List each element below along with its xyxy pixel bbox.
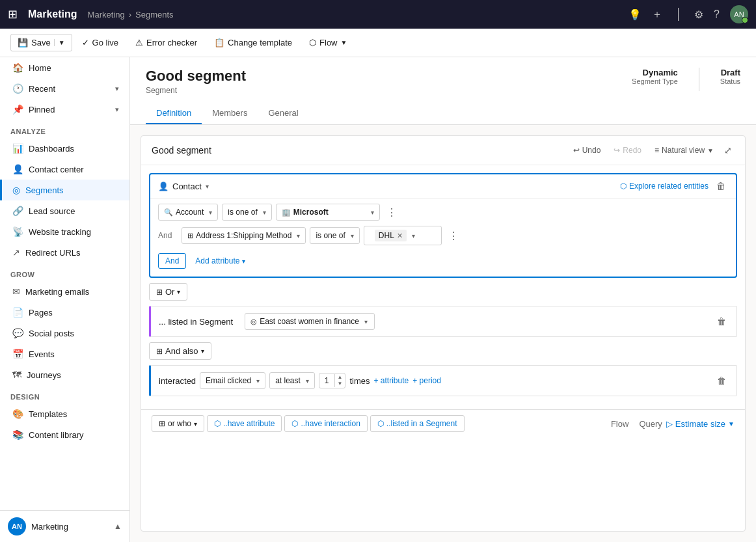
sidebar-item-pinned[interactable]: 📌 Pinned ▾ [0,99,129,120]
explore-button[interactable]: ⬡ Explore related entities [620,182,709,191]
save-dropdown-icon[interactable]: ▼ [54,39,65,46]
or-button[interactable]: ⊞ Or ▾ [149,283,187,301]
condition1-more-button[interactable]: ⋮ [384,205,399,220]
condition2-value-select[interactable]: DHL ✕ ▾ [364,226,442,245]
estimate-dropdown-icon: ▼ [728,420,735,427]
condition2-operator-dropdown-icon: ▾ [351,232,354,239]
at-least-select[interactable]: at least ▾ [269,372,315,389]
interaction-delete-button[interactable]: 🗑 [714,374,729,387]
listed-in-segment-icon: ⬡ [377,419,384,428]
expand-button[interactable]: ⤢ [722,142,735,158]
condition1-operator-select[interactable]: is one of ▾ [222,204,271,221]
add-period-button[interactable]: + period [412,376,441,385]
page-tabs: Definition Members General [146,103,740,124]
sidebar-label-pinned: Pinned [29,105,55,115]
sidebar-item-marketing-emails[interactable]: ✉ Marketing emails [0,281,129,302]
estimate-size-button[interactable]: ▷ Estimate size ▼ [666,419,735,429]
analyze-group-label: Analyze [0,120,129,138]
account-dropdown-icon: ▾ [209,209,212,216]
breadcrumb-marketing[interactable]: Marketing [88,10,125,20]
natural-view-button[interactable]: ≡ Natural view ▼ [649,143,719,157]
lightbulb-icon[interactable]: 💡 [628,8,641,21]
contact-dropdown-icon[interactable]: ▾ [206,183,209,190]
sidebar-item-journeys[interactable]: 🗺 Journeys [0,364,129,385]
sidebar-item-home[interactable]: 🏠 Home [0,57,129,78]
or-label: Or [165,287,174,297]
bottom-bar: ⊞ or who ▾ ⬡ ..have attribute ⬡ ..have i… [141,409,745,437]
and-button[interactable]: And [158,253,186,269]
email-clicked-select[interactable]: Email clicked ▾ [200,372,265,389]
gear-icon[interactable]: ⚙ [694,8,703,21]
times-arrows: ▲ ▼ [334,374,345,387]
segment-type-value: Dynamic [632,68,678,77]
journeys-icon: 🗺 [12,370,21,380]
waffle-icon[interactable]: ⊞ [8,7,18,21]
flow-tab[interactable]: Flow [611,416,628,431]
sidebar-footer[interactable]: AN Marketing ▲ [0,510,129,542]
save-button[interactable]: 💾 Save ▼ [10,34,72,51]
times-down-button[interactable]: ▼ [335,381,345,387]
sidebar-item-templates[interactable]: 🎨 Templates [0,403,129,424]
tab-general[interactable]: General [258,103,308,124]
have-attribute-button[interactable]: ⬡ ..have attribute [207,415,282,432]
sidebar-label-home: Home [29,63,51,73]
account-field-select[interactable]: 🔍 Account ▾ [158,204,218,221]
times-up-button[interactable]: ▲ [335,374,345,381]
bottom-left: ⊞ or who ▾ ⬡ ..have attribute ⬡ ..have i… [152,415,465,432]
go-live-button[interactable]: ✓ Go live [75,34,126,51]
page-header: Good segment Segment Dynamic Segment Typ… [130,57,756,125]
have-interaction-button[interactable]: ⬡ ..have interaction [284,415,367,432]
sidebar-item-redirect-urls[interactable]: ↗ Redirect URLs [0,242,129,263]
flow-button[interactable]: ⬡ Flow ▼ [302,34,354,51]
sidebar-item-dashboards[interactable]: 📊 Dashboards [0,138,129,159]
sidebar-item-website-tracking[interactable]: 📡 Website tracking [0,221,129,242]
status-value: Draft [720,68,740,77]
segment-editor-name: Good segment [152,145,211,156]
contact-label: 👤 Contact ▾ [158,182,209,191]
dhl-remove-icon[interactable]: ✕ [397,232,403,240]
listed-segment-select[interactable]: ◎ East coast women in finance ▾ [245,313,375,330]
tab-members[interactable]: Members [202,103,258,124]
sidebar-item-segments[interactable]: ◎ Segments [0,180,129,200]
avatar[interactable]: AN [730,5,748,23]
listed-in-segment-button[interactable]: ⬡ ..listed in a Segment [370,415,465,432]
error-checker-button[interactable]: ⚠ Error checker [128,34,204,51]
condition1-value-dropdown-icon: ▾ [371,209,374,216]
condition2-operator-select[interactable]: is one of ▾ [310,227,359,244]
redo-button[interactable]: ↪ Redo [608,143,647,157]
breadcrumb-segments[interactable]: Segments [135,10,174,20]
sidebar-item-recent[interactable]: 🕐 Recent ▾ [0,78,129,99]
add-attribute-interaction-button[interactable]: + attribute [374,376,409,385]
query-tab[interactable]: Query [639,416,662,431]
sidebar-item-pages[interactable]: 📄 Pages [0,302,129,323]
help-icon[interactable]: ? [714,8,720,20]
condition1-value-select[interactable]: 🏢 Microsoft ▾ [276,204,380,221]
sidebar-item-content-library[interactable]: 📚 Content library [0,424,129,445]
pinned-expand-icon: ▾ [115,105,119,114]
shipping-field-select[interactable]: ⊞ Address 1:Shipping Method ▾ [182,227,306,244]
sidebar-item-lead-source[interactable]: 🔗 Lead source [0,200,129,221]
add-attribute-button[interactable]: Add attribute ▾ [190,254,250,268]
tab-definition[interactable]: Definition [146,103,202,124]
sidebar-item-events[interactable]: 📅 Events [0,344,129,364]
undo-button[interactable]: ↩ Undo [568,143,606,157]
listed-segment-dropdown-icon: ▾ [364,318,368,325]
sidebar-label-lead-source: Lead source [29,206,75,216]
go-live-icon: ✓ [82,38,89,47]
contact-block-delete-button[interactable]: 🗑 [714,180,728,193]
sidebar-item-social-posts[interactable]: 💬 Social posts [0,323,129,344]
redo-icon: ↪ [614,146,620,155]
change-template-button[interactable]: 📋 Change template [207,34,299,51]
dhl-tag: DHL ✕ [375,230,407,241]
email-clicked-dropdown-icon: ▾ [256,377,260,385]
plus-icon[interactable]: ＋ [652,8,662,21]
or-who-button[interactable]: ⊞ or who ▾ [152,415,204,432]
status-meta: Draft Status [720,68,740,91]
sidebar-collapse-icon[interactable]: ▲ [114,522,122,531]
listed-segment-delete-button[interactable]: 🗑 [714,315,729,328]
sidebar-item-contact-center[interactable]: 👤 Contact center [0,159,129,180]
grid-icon: ⊞ [187,232,193,240]
condition2-more-button[interactable]: ⋮ [446,228,461,243]
app-title: Marketing [28,8,77,20]
and-also-button[interactable]: ⊞ And also ▾ [149,342,211,360]
